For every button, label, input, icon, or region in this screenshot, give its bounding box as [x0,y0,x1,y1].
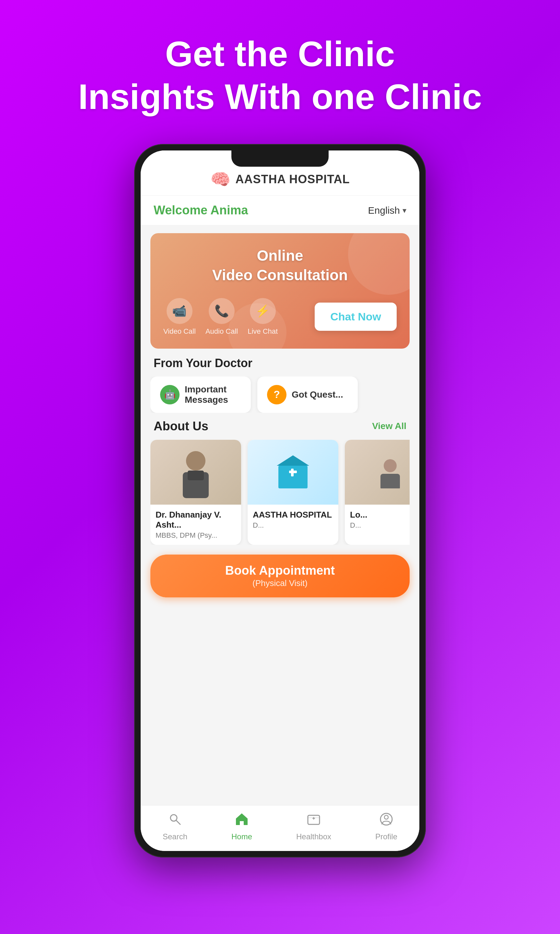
nav-home[interactable]: Home [231,812,252,841]
banner-title: Online Video Consultation [163,246,397,285]
third-about-card[interactable]: Lo... D... [345,440,410,545]
chat-now-button[interactable]: Chat Now [315,302,397,331]
svg-line-10 [176,820,180,825]
video-call-icon: 📹 [166,298,192,324]
consultation-banner: Online Video Consultation 📹 Video Call 📞… [150,233,410,348]
doctor-name: Dr. Dhananjay V. Asht... [155,510,236,530]
book-appointment-label: Book Appointment [160,564,400,578]
svg-rect-15 [308,817,320,818]
svg-point-7 [384,459,397,472]
doctor-cards: 🤖 Important Messages ? Got Quest... [150,376,410,413]
doctor-section-title: From Your Doctor [150,356,410,370]
search-icon [168,812,182,829]
audio-call-icon: 📞 [209,298,235,324]
third-card-sub: D... [350,521,410,530]
nav-search[interactable]: Search [163,812,187,841]
about-cards: Dr. Dhananjay V. Asht... MBBS, DPM (Psy.… [150,440,410,545]
got-questions-card[interactable]: ? Got Quest... [257,376,358,413]
got-questions-icon: ? [267,385,286,404]
healthbox-icon [306,812,321,829]
third-card-image [345,440,410,505]
audio-call-option[interactable]: 📞 Audio Call [205,298,238,336]
video-call-label: Video Call [163,327,196,336]
nav-search-label: Search [163,832,187,841]
live-chat-icon: ⚡ [250,298,276,324]
important-messages-icon: 🤖 [160,385,180,404]
doctor-about-card[interactable]: Dr. Dhananjay V. Asht... MBBS, DPM (Psy.… [150,440,241,545]
nav-healthbox[interactable]: Healthbox [296,812,331,841]
banner-title-line2: Video Consultation [212,267,348,284]
about-section: About Us View All [141,413,419,548]
hospital-name: AASTHA HOSPITAL [235,173,350,186]
hospital-card-info: AASTHA HOSPITAL D... [248,505,338,535]
nav-profile-label: Profile [375,832,397,841]
important-messages-card[interactable]: 🤖 Important Messages [150,376,251,413]
nav-healthbox-label: Healthbox [296,832,331,841]
svg-marker-4 [277,455,309,466]
bottom-nav: Search Home [141,805,419,851]
nav-home-label: Home [231,832,252,841]
phone-screen: 🧠 AASTHA HOSPITAL Welcome Anima English … [141,151,419,851]
phone-frame: 🧠 AASTHA HOSPITAL Welcome Anima English … [134,144,426,857]
svg-point-0 [186,451,205,470]
call-options: 📹 Video Call 📞 Audio Call ⚡ Live Chat [163,298,278,336]
banner-title-line1: Online [257,247,303,264]
headline: Get the Clinic Insights With one Clinic [78,32,482,118]
hospital-card-sub: D... [253,521,333,530]
svg-rect-6 [291,469,294,476]
headline-line1: Get the Clinic [165,34,395,74]
headline-line2: Insights With one Clinic [78,77,482,116]
doctor-card-info: Dr. Dhananjay V. Asht... MBBS, DPM (Psy.… [150,505,241,545]
hospital-image [248,440,338,505]
svg-rect-2 [188,470,204,480]
svg-rect-8 [380,474,400,489]
svg-marker-11 [236,813,248,825]
hospital-logo-icon: 🧠 [210,170,231,189]
svg-rect-12 [308,815,320,825]
welcome-text: Welcome Anima [154,203,248,217]
about-title: About Us [154,419,208,433]
screen-content[interactable]: Welcome Anima English ▾ Online Video Con… [141,196,419,805]
nav-profile[interactable]: Profile [375,812,397,841]
home-icon [235,812,249,829]
third-card-info: Lo... D... [345,505,410,535]
live-chat-label: Live Chat [248,327,278,336]
important-messages-label: Important Messages [185,384,241,405]
doctor-qualification: MBBS, DPM (Psy... [155,531,236,539]
profile-icon [379,812,394,829]
svg-point-17 [385,815,388,819]
book-appointment-button[interactable]: Book Appointment (Physical Visit) [150,555,410,597]
live-chat-option[interactable]: ⚡ Live Chat [248,298,278,336]
banner-actions: 📹 Video Call 📞 Audio Call ⚡ Live Chat Ch… [163,298,397,336]
got-questions-label: Got Quest... [292,390,343,400]
third-card-name: Lo... [350,510,410,520]
welcome-bar: Welcome Anima English ▾ [141,196,419,225]
video-call-option[interactable]: 📹 Video Call [163,298,196,336]
phone-notch [231,151,329,167]
hospital-card-name: AASTHA HOSPITAL [253,510,333,520]
doctor-section: From Your Doctor 🤖 Important Messages ? … [141,356,419,413]
doctor-photo [150,440,241,505]
about-header: About Us View All [150,419,410,433]
hospital-about-card[interactable]: AASTHA HOSPITAL D... [248,440,338,545]
language-selector[interactable]: English ▾ [368,205,406,216]
chevron-down-icon: ▾ [403,206,406,215]
audio-call-label: Audio Call [205,327,238,336]
view-all-button[interactable]: View All [372,421,406,432]
book-appointment-sublabel: (Physical Visit) [160,578,400,588]
language-label: English [368,205,400,216]
